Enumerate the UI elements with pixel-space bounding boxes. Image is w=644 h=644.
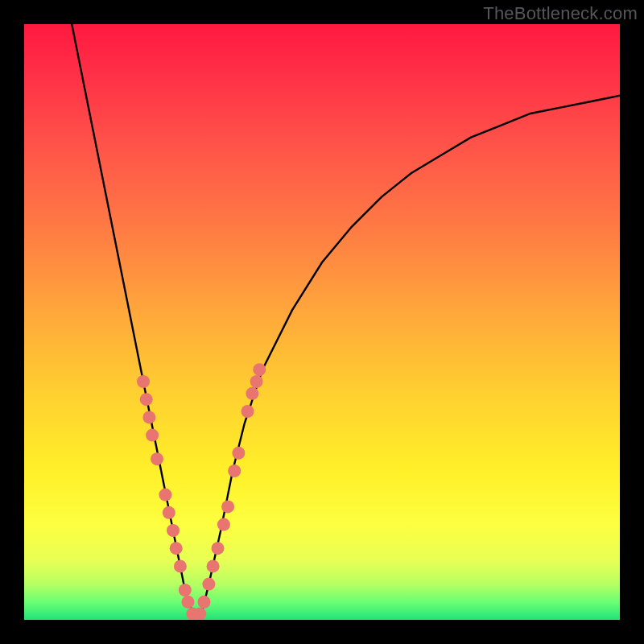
data-marker xyxy=(246,387,258,400)
data-marker xyxy=(151,452,163,465)
data-marker xyxy=(232,447,245,460)
chart-stage: TheBottleneck.com xyxy=(0,0,644,644)
data-marker xyxy=(179,584,192,597)
data-marker xyxy=(198,596,211,609)
data-marker xyxy=(217,518,230,531)
plot-area xyxy=(24,24,620,620)
right-curve xyxy=(197,96,620,620)
data-marker xyxy=(221,500,234,513)
data-marker xyxy=(170,542,183,555)
data-marker xyxy=(137,375,150,388)
data-marker xyxy=(159,489,171,502)
data-marker xyxy=(253,363,266,376)
markers-right xyxy=(193,363,266,620)
data-marker xyxy=(142,411,155,423)
data-marker xyxy=(250,375,263,388)
data-marker xyxy=(212,542,225,555)
data-marker xyxy=(182,596,195,609)
data-marker xyxy=(242,405,254,418)
data-marker xyxy=(140,393,153,406)
data-marker xyxy=(163,506,175,519)
data-marker xyxy=(228,464,241,477)
watermark-text: TheBottleneck.com xyxy=(483,3,638,24)
chart-overlay xyxy=(24,24,620,620)
data-marker xyxy=(202,578,215,591)
data-marker xyxy=(146,429,159,442)
data-marker xyxy=(167,524,180,537)
data-marker xyxy=(174,559,187,572)
data-marker xyxy=(207,559,220,572)
markers-left xyxy=(137,375,204,620)
data-marker xyxy=(193,608,206,620)
